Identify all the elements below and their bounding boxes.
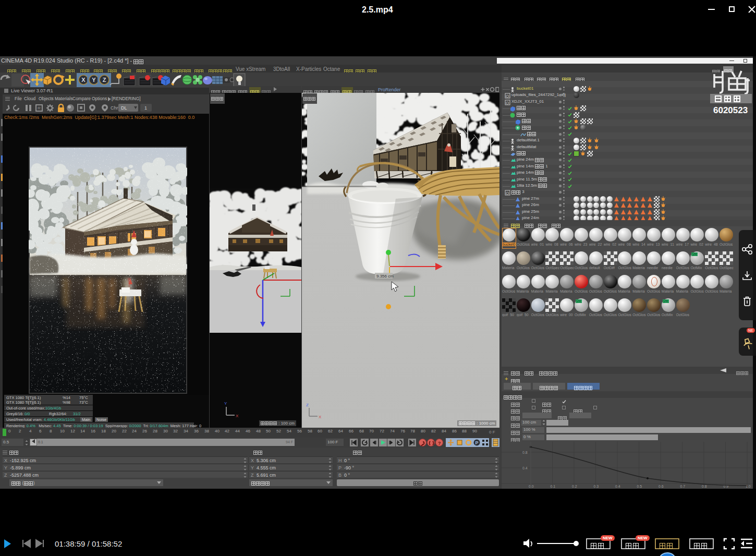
svg-text:Z: Z [103,77,106,83]
svg-text:0.7: 0.7 [680,485,686,488]
svg-text:Z: Z [306,403,309,407]
svg-text:DL: DL [121,105,127,111]
svg-text:0.3: 0.3 [594,485,599,488]
svg-text:Chn: Chn [111,105,119,111]
svg-text:P: P [475,440,479,445]
svg-text:X: X [319,415,322,419]
svg-text:0.5: 0.5 [637,485,642,488]
svg-text:1.0: 1.0 [746,485,751,488]
svg-text:R: R [38,106,41,111]
svg-text:Y: Y [224,401,227,406]
svg-text:0.6: 0.6 [659,485,664,488]
svg-text:O: O [506,191,509,196]
svg-text:O: O [506,101,509,105]
svg-text:9.356 cm: 9.356 cm [376,274,394,279]
svg-text:X: X [236,414,239,418]
svg-text:0.8: 0.8 [702,485,707,488]
svg-text:01:38:59 / 01:58:52: 01:38:59 / 01:58:52 [55,539,122,548]
svg-text:0.4: 0.4 [615,485,620,488]
svg-text:6020523: 6020523 [713,105,748,115]
svg-text:0.4: 0.4 [522,466,528,470]
svg-text:0.2: 0.2 [572,485,577,488]
svg-text:0.1: 0.1 [551,485,556,488]
svg-text:1: 1 [144,105,147,111]
svg-text:0.0: 0.0 [529,485,534,488]
svg-text:?: ? [438,441,441,446]
svg-text:O: O [506,94,509,99]
svg-text:X: X [81,77,86,83]
svg-text:Y: Y [92,77,96,83]
svg-text:0.8: 0.8 [522,451,528,454]
